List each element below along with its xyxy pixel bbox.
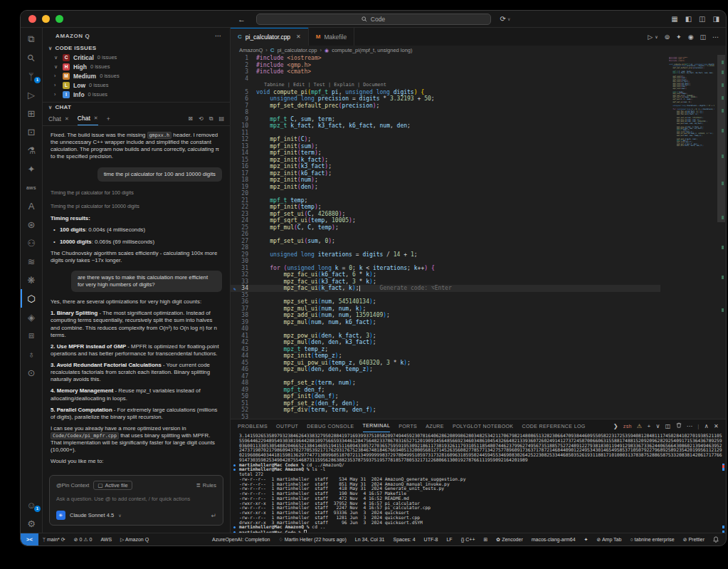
- compiler-kit[interactable]: macos-clang-arm64: [527, 537, 580, 542]
- back-icon[interactable]: ←: [238, 15, 246, 24]
- rules-button[interactable]: ≣ Rules: [196, 482, 216, 489]
- q-sparkle-icon[interactable]: ✦: [676, 33, 682, 41]
- issue-row-high[interactable]: ∨HHigh0 issues: [43, 62, 230, 71]
- close-panel-icon[interactable]: ✕: [714, 423, 719, 429]
- testing-icon[interactable]: ⚗: [21, 141, 42, 160]
- breadcrumb-item[interactable]: compute_pi(mpf_t, unsigned long): [332, 47, 412, 53]
- cursor-position[interactable]: Ln 34, Col 31: [351, 537, 389, 542]
- more-icon[interactable]: ⋯: [687, 423, 692, 429]
- issue-row-info[interactable]: ›IInfo0 issues: [43, 90, 230, 99]
- editor-tab-pi_calculator-cpp[interactable]: Cpi_calculator.cpp✕: [231, 28, 309, 46]
- minimap[interactable]: #include <iostream>#include <gmp.h>#incl…: [669, 57, 714, 149]
- git-blame[interactable]: ♢ Martin Heller (22 hours ago): [274, 537, 350, 543]
- notifications-bell[interactable]: [709, 536, 723, 543]
- panel-tab-debug-console[interactable]: DEBUG CONSOLE: [307, 419, 354, 432]
- search-icon[interactable]: ⚲: [21, 48, 42, 67]
- chat-tab-1[interactable]: Chat✕: [48, 112, 69, 125]
- terminal-icon[interactable]: ❯: [613, 423, 618, 429]
- new-terminal-icon[interactable]: +: [647, 423, 650, 429]
- zoom-window-button[interactable]: [56, 15, 63, 23]
- breadcrumb-item[interactable]: AmazonQ: [239, 47, 263, 53]
- chat-input-box[interactable]: @Pin Context ▢ Active file ≣ Rules Ask a…: [49, 475, 223, 526]
- issue-row-low[interactable]: ›LLow0 issues: [43, 80, 230, 90]
- code-issues-header[interactable]: ∨ CODE ISSUES: [43, 43, 230, 53]
- settings-gear-icon[interactable]: ⚙: [21, 514, 42, 533]
- toggle-secondary-sidebar-icon[interactable]: ◨: [713, 15, 719, 23]
- code-lines[interactable]: 1#include <iostream>2#include <gmp.h>3#i…: [231, 55, 660, 419]
- preview-icon[interactable]: ⊙: [21, 363, 42, 382]
- panel-tab-polyglot-notebook[interactable]: POLYGLOT NOTEBOOK: [453, 419, 514, 432]
- split-editor-icon[interactable]: ◫: [700, 33, 706, 41]
- chat-header[interactable]: ∨ CHAT: [43, 103, 230, 112]
- broadcast-icon[interactable]: ≋: [21, 252, 42, 271]
- tabnine-icon[interactable]: ◉: [688, 33, 694, 41]
- history-icon[interactable]: ⟲: [199, 115, 204, 122]
- package-icon[interactable]: ⧈: [21, 326, 42, 345]
- indentation[interactable]: Spaces: 4: [389, 537, 419, 542]
- close-icon[interactable]: ✕: [296, 33, 301, 40]
- kill-terminal-icon[interactable]: [676, 422, 682, 429]
- docker-icon[interactable]: ⊛: [21, 215, 42, 234]
- maximize-panel-icon[interactable]: ∧: [705, 423, 709, 429]
- run-and-debug-icon[interactable]: ▷: [21, 85, 42, 104]
- remote-explorer-icon[interactable]: ⊡: [21, 122, 42, 141]
- azure-openai[interactable]: AzureOpenAI: Completion: [208, 537, 274, 542]
- new-tab-button[interactable]: +: [107, 112, 110, 125]
- aws-toolkit-icon[interactable]: aws: [21, 178, 42, 197]
- minimize-window-button[interactable]: [42, 15, 50, 23]
- panel-tab-terminal[interactable]: TERMINAL: [363, 419, 391, 432]
- breadcrumb-item[interactable]: pi_calculator.cpp: [278, 47, 317, 53]
- language-mode[interactable]: {} C++: [457, 537, 480, 542]
- panel-tab-code-reference-log[interactable]: CODE REFERENCE LOG: [522, 419, 585, 432]
- amazon-q-status[interactable]: ▷ Amazon Q: [116, 537, 153, 543]
- codelens-actions[interactable]: Tabnine | Edit | Test | Explain | Docume…: [231, 82, 660, 89]
- bot-icon[interactable]: ⚇: [21, 234, 42, 252]
- git-branch[interactable]: ᛘ main* ⟳: [38, 537, 70, 543]
- remote-indicator[interactable]: ><: [21, 533, 38, 545]
- terminal[interactable]: 3.14159265358979323846264338327950288419…: [231, 432, 726, 533]
- issue-row-critical[interactable]: ∨CCritical0 issues: [43, 53, 230, 62]
- gear-icon[interactable]: ⊚: [665, 33, 670, 41]
- close-icon[interactable]: ✕: [65, 116, 69, 122]
- close-icon[interactable]: ✕: [94, 115, 98, 121]
- export-icon[interactable]: ⧉: [209, 115, 213, 122]
- collapse-icon[interactable]: ⊠: [188, 115, 193, 122]
- close-window-button[interactable]: [28, 15, 36, 23]
- sparkle[interactable]: ✦: [580, 537, 593, 543]
- new-chat-icon[interactable]: ▤: [218, 115, 224, 122]
- amazon-q-icon[interactable]: ⬡: [21, 289, 42, 308]
- chat-tab-2[interactable]: Chat✕: [78, 112, 98, 125]
- accounts-icon[interactable]: ☺1: [21, 496, 42, 514]
- warning-icon[interactable]: ⚠: [637, 423, 643, 429]
- run-button[interactable]: ▷: [648, 33, 653, 41]
- eol[interactable]: LF: [442, 537, 456, 542]
- issue-row-medium[interactable]: ›MMedium0 issues: [43, 71, 230, 80]
- customize-layout-icon[interactable]: ▦: [671, 15, 677, 23]
- toggle-panel-icon[interactable]: ◫: [699, 15, 705, 23]
- pin-context-button[interactable]: @Pin Context: [56, 482, 89, 489]
- panel-tab-problems[interactable]: PROBLEMS: [238, 419, 268, 432]
- model-selector[interactable]: Claude Sonnet 4.5: [70, 512, 114, 518]
- prettier[interactable]: ⊘ Prettier: [679, 537, 709, 543]
- source-control-icon[interactable]: ᛘ1: [21, 67, 42, 85]
- command-center-search[interactable]: Code: [256, 14, 491, 25]
- toggle-primary-sidebar-icon[interactable]: ◧: [685, 15, 692, 23]
- active-file-chip[interactable]: ▢ Active file: [93, 481, 132, 490]
- encoding[interactable]: UTF-8: [420, 537, 443, 542]
- code-editor[interactable]: 1#include <iostream>2#include <gmp.h>3#i…: [231, 55, 726, 419]
- editor-tab-makefile[interactable]: MMakefile: [309, 28, 354, 46]
- breadcrumb[interactable]: AmazonQ›Cpi_calculator.cpp›◉compute_pi(m…: [231, 46, 726, 55]
- q-developer-transform-icon[interactable]: ✦: [21, 160, 42, 178]
- extensions-icon[interactable]: ⊞: [21, 104, 42, 122]
- chat-message-list[interactable]: Fixed. The build issue was the missing g…: [43, 126, 230, 471]
- more-actions-icon[interactable]: ⋯: [712, 33, 719, 41]
- extension-status-icon[interactable]: ⊞: [479, 537, 492, 543]
- panel-tab-output[interactable]: OUTPUT: [276, 419, 298, 432]
- application-composer-icon[interactable]: A: [21, 197, 42, 215]
- zencoder[interactable]: ✿ Zencoder: [492, 537, 527, 543]
- sync-button[interactable]: ⟳∨: [500, 15, 511, 23]
- send-return-icon[interactable]: ↵: [211, 512, 216, 519]
- split-terminal-icon[interactable]: ◫: [665, 423, 671, 429]
- cluster-icon[interactable]: ❋: [21, 271, 42, 289]
- amp-tab[interactable]: ⊘ Amp Tab: [592, 537, 626, 543]
